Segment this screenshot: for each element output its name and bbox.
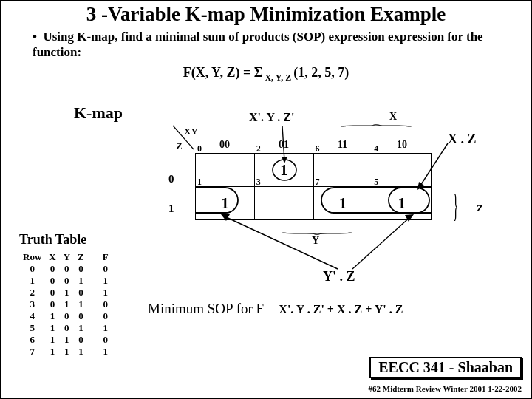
tt-row: 00000 — [19, 263, 112, 275]
x-brace-label: X — [389, 111, 397, 123]
minsop-label: Minimum SOP for F = — [148, 301, 279, 316]
z-side-label: Z — [477, 202, 483, 214]
z-brace: } — [453, 187, 459, 225]
sigma-symbol: Σ — [254, 65, 263, 80]
tt-row: 71111 — [19, 346, 112, 358]
formula-fn: F(X, Y, Z) = — [183, 65, 254, 80]
cell-7: 71 — [313, 187, 372, 220]
minsop-expression: X'. Y . Z' + X . Z + Y' . Z — [279, 303, 403, 316]
tt-row: 61100 — [19, 334, 112, 346]
xz-term-label: X . Z — [448, 132, 477, 147]
y-brace-label: Y — [312, 235, 319, 247]
slide-meta: #62 Midterm Review Winter 2001 1-22-2002 — [369, 384, 522, 393]
truth-table-heading: Truth Table — [19, 232, 86, 248]
tt-row: 51011 — [19, 322, 112, 334]
min-sop-result: Minimum SOP for F = X'. Y . Z' + X . Z +… — [148, 301, 403, 317]
cell-5: 51 — [372, 187, 432, 220]
col-hdr-11: 11 — [338, 139, 347, 151]
tt-header-row: Row X Y Z F — [19, 251, 112, 263]
cell-0: 0 — [196, 154, 255, 187]
kmap-grid: 0 21 6 4 11 3 71 51 — [195, 153, 432, 220]
tt-row: 10011 — [19, 275, 112, 287]
function-formula: F(X, Y, Z) = Σ X, Y, Z (1, 2, 5, 7) — [1, 65, 531, 83]
kmap-heading: K-map — [74, 103, 123, 123]
tt-row: 30110 — [19, 299, 112, 310]
col-hdr-10: 10 — [397, 139, 407, 151]
cell-1: 11 — [196, 187, 255, 220]
course-footer: EECC 341 - Shaaban — [369, 357, 522, 378]
formula-minterms: (1, 2, 5, 7) — [293, 65, 349, 80]
term-xyz-label: X'. Y . Z' — [249, 111, 294, 124]
svg-line-9 — [352, 216, 412, 269]
tt-row: 20101 — [19, 287, 112, 299]
tt-row: 41000 — [19, 310, 112, 322]
x-brace: ⏞ — [341, 123, 412, 137]
bullet-text: • Using K-map, find a minimal sum of pro… — [33, 29, 504, 61]
cell-6: 6 — [313, 154, 372, 187]
cell-2: 21 — [254, 154, 313, 187]
slide: 3 -Variable K-map Minimization Example •… — [0, 0, 532, 399]
slide-title: 3 -Variable K-map Minimization Example — [1, 3, 531, 26]
bullet-content: Using K-map, find a minimal sum of produ… — [33, 30, 483, 59]
col-hdr-01: 01 — [279, 139, 289, 151]
row-hdr-0: 0 — [168, 173, 174, 185]
cell-3: 3 — [254, 187, 313, 220]
formula-subscript: X, Y, Z — [262, 72, 293, 82]
xy-axis-label: XY — [184, 126, 198, 137]
row-hdr-1: 1 — [168, 202, 174, 215]
col-hdr-00: 00 — [219, 139, 230, 151]
yz-term-label: Y' . Z — [323, 269, 355, 284]
z-axis-label: Z — [176, 140, 183, 152]
cell-4: 4 — [372, 154, 432, 187]
truth-table: Row X Y Z F 00000 10011 20101 30110 4100… — [19, 251, 112, 358]
